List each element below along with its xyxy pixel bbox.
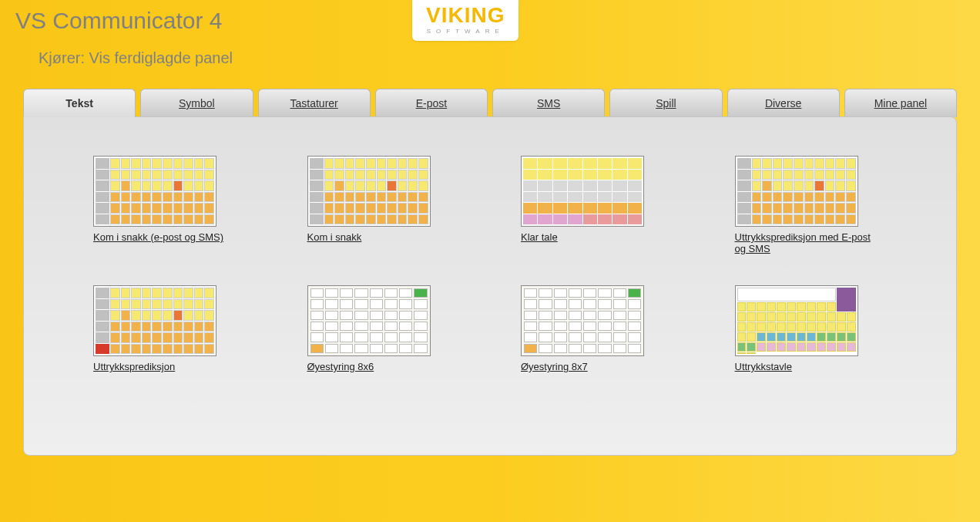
tab-spill[interactable]: Spill <box>609 89 722 117</box>
panel-item-klar-tale[interactable]: Klar tale <box>521 156 659 254</box>
panel-label: Kom i snakk <box>307 231 446 243</box>
panel-item-kom-i-snakk-epost-sms[interactable]: Kom i snakk (e-post og SMS) <box>93 156 232 254</box>
panel-thumbnail <box>735 156 858 227</box>
panel-item-uttrykksprediksjon-epost-sms[interactable]: Uttrykksprediksjon med E-post og SMS <box>735 156 874 254</box>
panel-label: Øyestyring 8x6 <box>307 361 446 372</box>
panel-thumbnail <box>93 285 216 356</box>
panel-item-uttrykkstavle[interactable]: Uttrykkstavle <box>735 285 874 372</box>
tab-epost[interactable]: E-post <box>375 89 488 117</box>
panel-thumbnail <box>307 156 431 227</box>
panel-item-kom-i-snakk[interactable]: Kom i snakk <box>307 156 446 254</box>
panel-label: Uttrykksprediksjon <box>93 361 232 372</box>
panel-label: Øyestyring 8x7 <box>521 361 659 372</box>
panel-label: Kom i snakk (e-post og SMS) <box>93 231 232 243</box>
tab-symbol[interactable]: Symbol <box>140 89 253 117</box>
panel-label: Uttrykksprediksjon med E-post og SMS <box>735 231 874 254</box>
panel-thumbnail <box>93 156 216 227</box>
app-window: VIKING SOFTWARE VS Communicator 4 Kjører… <box>0 0 980 522</box>
logo-text: VIKING <box>426 5 505 26</box>
panel-label: Uttrykkstavle <box>735 361 874 372</box>
panel-content: Kom i snakk (e-post og SMS)Kom i snakkKl… <box>23 116 957 456</box>
tab-bar: TekstSymbolTastaturerE-postSMSSpillDiver… <box>23 89 957 117</box>
tab-diverse[interactable]: Diverse <box>727 89 840 117</box>
tab-mine-panel[interactable]: Mine panel <box>844 89 957 117</box>
panel-item-uttrykksprediksjon[interactable]: Uttrykksprediksjon <box>93 285 232 372</box>
tab-tastaturer[interactable]: Tastaturer <box>258 89 371 117</box>
logo-subtext: SOFTWARE <box>426 28 505 35</box>
panel-grid: Kom i snakk (e-post og SMS)Kom i snakkKl… <box>93 156 887 372</box>
panel-label: Klar tale <box>521 231 659 243</box>
tab-sms[interactable]: SMS <box>492 89 605 117</box>
page-subtitle: Kjører: Vis ferdiglagde panel <box>39 49 965 67</box>
panel-thumbnail <box>307 285 431 356</box>
panel-item-oyestyring-8x7[interactable]: Øyestyring 8x7 <box>521 285 659 372</box>
panel-thumbnail <box>521 285 644 356</box>
tab-tekst[interactable]: Tekst <box>23 89 136 117</box>
panel-thumbnail <box>521 156 644 227</box>
viking-logo: VIKING SOFTWARE <box>412 0 519 41</box>
panel-thumbnail <box>735 285 858 356</box>
panel-item-oyestyring-8x6[interactable]: Øyestyring 8x6 <box>307 285 446 372</box>
